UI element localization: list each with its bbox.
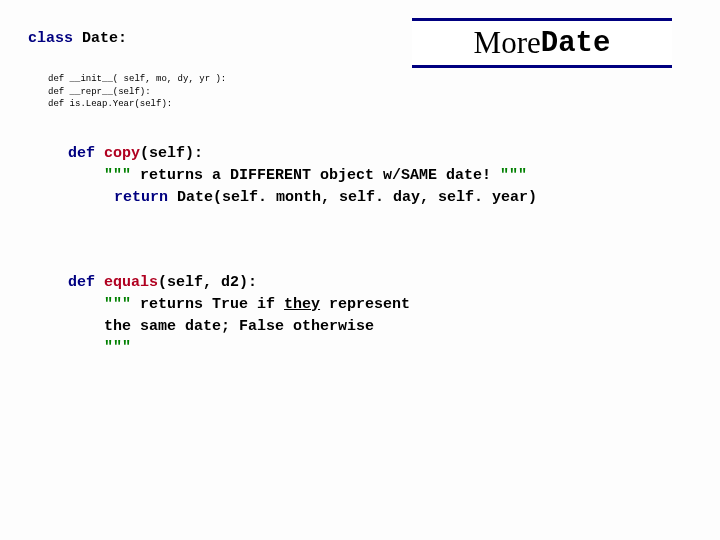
equals-method-block: def equals(self, d2): """ returns True i… (68, 272, 410, 359)
docstring-open: """ (104, 296, 131, 313)
def-keyword: def (68, 274, 95, 291)
equals-params: (self, d2): (158, 274, 257, 291)
class-declaration: class Date: (28, 30, 127, 47)
copy-method-name: copy (95, 145, 140, 162)
equals-method-name: equals (95, 274, 158, 291)
equals-docstring-line1: """ returns True if they represent (104, 294, 410, 316)
return-expression: Date(self. month, self. day, self. year) (168, 189, 537, 206)
docstring-close: """ (104, 339, 131, 356)
title-box: More Date (412, 18, 672, 68)
equals-doc-text-a: returns True if (131, 296, 284, 313)
docstring-open: """ (104, 167, 131, 184)
equals-docstring-line2: the same date; False otherwise (104, 316, 410, 338)
small-method-defs: def __init__( self, mo, dy, yr ): def __… (48, 73, 226, 111)
copy-docstring: """ returns a DIFFERENT object w/SAME da… (104, 165, 537, 187)
copy-method-block: def copy(self): """ returns a DIFFERENT … (68, 143, 537, 208)
equals-doc-they: they (284, 296, 320, 313)
def-keyword: def (68, 145, 95, 162)
small-def-repr: def __repr__(self): (48, 86, 226, 99)
copy-return-line: return Date(self. month, self. day, self… (114, 187, 537, 209)
equals-docstring-close: """ (104, 337, 410, 359)
small-def-init: def __init__( self, mo, dy, yr ): (48, 73, 226, 86)
class-keyword: class (28, 30, 73, 47)
equals-doc-text2: the same date; False otherwise (104, 318, 374, 335)
title-date: Date (541, 27, 611, 60)
class-name: Date: (82, 30, 127, 47)
return-keyword: return (114, 189, 168, 206)
equals-signature: def equals(self, d2): (68, 272, 410, 294)
equals-doc-text-b: represent (320, 296, 410, 313)
title-more: More (474, 25, 541, 61)
small-def-isleapyear: def is.Leap.Year(self): (48, 98, 226, 111)
docstring-close: """ (500, 167, 527, 184)
copy-doc-text: returns a DIFFERENT object w/SAME date! (131, 167, 500, 184)
copy-params: (self): (140, 145, 203, 162)
copy-signature: def copy(self): (68, 143, 537, 165)
